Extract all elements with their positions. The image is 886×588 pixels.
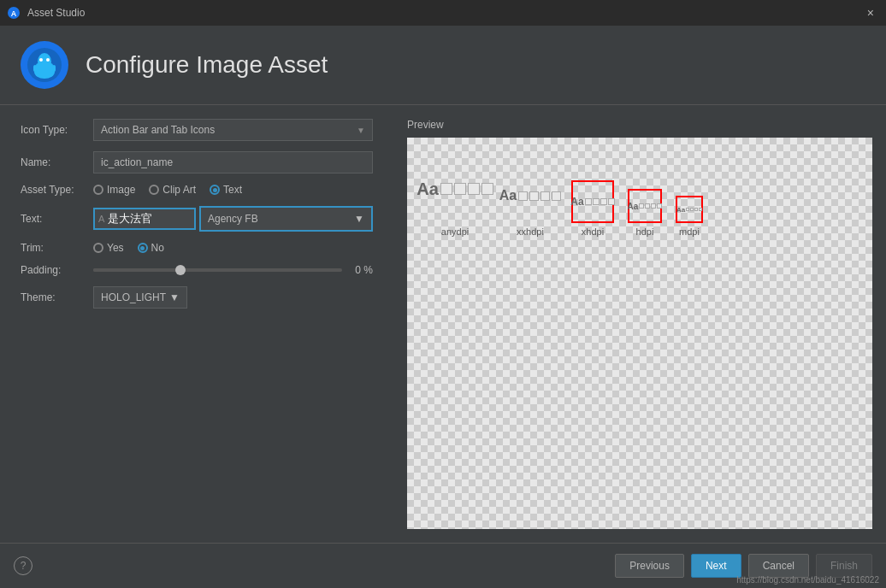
name-label: Name: — [21, 156, 93, 168]
previous-button[interactable]: Previous — [615, 554, 684, 578]
icon-type-label: Icon Type: — [21, 124, 93, 136]
name-control — [93, 151, 373, 173]
preview-icon-hdpi-box: Aa — [628, 189, 662, 223]
sq4 — [608, 198, 615, 205]
left-panel: Icon Type: Action Bar and Tab Icons ▼ Na… — [0, 105, 393, 543]
radio-text-label: Text — [223, 184, 242, 196]
xxhdpi-label: xxhdpi — [517, 226, 544, 237]
trim-yes[interactable]: Yes — [93, 242, 124, 254]
preview-icon-anydpi-box: Aa — [421, 155, 489, 223]
help-button[interactable]: ? — [14, 556, 32, 575]
sq2 — [645, 203, 650, 209]
text-row: Text: A 是大法官 Agency FB ▼ — [21, 206, 373, 232]
app-logo — [21, 41, 68, 89]
theme-dropdown-arrow-icon: ▼ — [169, 291, 180, 303]
asset-type-radio-group: Image Clip Art Text — [93, 184, 373, 196]
text-prefix: A — [98, 214, 104, 224]
name-input[interactable] — [93, 151, 373, 173]
finish-button[interactable]: Finish — [816, 554, 872, 578]
trim-label: Trim: — [21, 242, 93, 254]
sq3 — [651, 203, 656, 209]
title-bar-left: A Asset Studio — [7, 6, 85, 20]
sq4 — [552, 191, 561, 201]
asset-type-label: Asset Type: — [21, 184, 93, 196]
xhdpi-squares — [585, 198, 615, 205]
mdpi-aa: Aa — [676, 206, 685, 214]
preview-xhdpi: Aa xhdpi — [571, 180, 614, 237]
app-title: Asset Studio — [27, 7, 85, 19]
asset-type-clipart[interactable]: Clip Art — [149, 184, 196, 196]
sq2 — [690, 208, 694, 211]
sq1 — [686, 208, 689, 211]
padding-value: 0 % — [349, 264, 373, 276]
preview-icon-xxhdpi-box: Aa — [503, 168, 558, 223]
svg-text:A: A — [11, 9, 17, 18]
svg-point-5 — [39, 58, 43, 62]
svg-rect-8 — [33, 65, 37, 72]
font-dropdown-arrow-icon: ▼ — [354, 213, 364, 225]
theme-dropdown[interactable]: HOLO_LIGHT ▼ — [93, 286, 187, 309]
preview-area: Aa anydpi — [407, 138, 872, 529]
theme-row: Theme: HOLO_LIGHT ▼ — [21, 286, 373, 309]
icon-type-dropdown[interactable]: Action Bar and Tab Icons ▼ — [93, 119, 373, 141]
sq3 — [468, 183, 480, 195]
padding-slider-thumb — [175, 265, 186, 275]
radio-yes-circle — [93, 243, 103, 253]
radio-clipart-label: Clip Art — [162, 184, 196, 196]
sq1 — [639, 203, 644, 209]
preview-icon-mdpi-box: Aa — [676, 196, 703, 223]
close-button[interactable]: × — [862, 4, 879, 21]
main-content: Icon Type: Action Bar and Tab Icons ▼ Na… — [0, 105, 886, 543]
font-dropdown[interactable]: Agency FB ▼ — [201, 208, 371, 230]
icon-type-control: Action Bar and Tab Icons ▼ — [93, 119, 373, 141]
trim-radio-group: Yes No — [93, 242, 373, 254]
page-title: Configure Image Asset — [86, 51, 328, 79]
asset-type-image[interactable]: Image — [93, 184, 135, 196]
radio-image-circle — [93, 185, 103, 195]
sq4 — [481, 183, 493, 195]
sq2 — [454, 183, 466, 195]
xxhdpi-aa: Aa — [499, 188, 517, 203]
sq2 — [593, 198, 600, 205]
radio-text-circle — [210, 185, 220, 195]
sq1 — [518, 191, 528, 201]
icon-type-row: Icon Type: Action Bar and Tab Icons ▼ — [21, 119, 373, 141]
radio-image-label: Image — [107, 184, 135, 196]
trim-no[interactable]: No — [138, 242, 164, 254]
xhdpi-label: xhdpi — [582, 226, 604, 237]
anydpi-squares — [440, 183, 493, 195]
anydpi-label: anydpi — [441, 226, 469, 237]
next-button[interactable]: Next — [691, 554, 741, 578]
sq3 — [540, 191, 550, 201]
text-row-content: A 是大法官 Agency FB ▼ — [93, 206, 373, 232]
asset-type-text[interactable]: Text — [210, 184, 242, 196]
xxhdpi-squares — [518, 191, 561, 201]
sq4 — [657, 203, 662, 209]
header: Configure Image Asset — [0, 26, 886, 105]
asset-type-row: Asset Type: Image Clip Art Text — [21, 184, 373, 196]
padding-slider-track[interactable] — [93, 268, 342, 272]
hdpi-aa: Aa — [628, 202, 639, 211]
preview-icons: Aa anydpi — [407, 138, 872, 254]
sq4 — [699, 208, 702, 211]
sq1 — [440, 183, 452, 195]
preview-icon-xhdpi-box: Aa — [571, 180, 614, 223]
right-panel: Preview Aa — [393, 105, 886, 543]
preview-hdpi: Aa hdpi — [628, 189, 662, 237]
sq3 — [694, 208, 698, 211]
theme-label: Theme: — [21, 291, 93, 303]
svg-rect-7 — [36, 63, 53, 74]
svg-point-6 — [46, 58, 50, 62]
radio-no-label: No — [151, 242, 164, 254]
text-label: Text: — [21, 213, 93, 225]
sq3 — [600, 198, 607, 205]
theme-value: HOLO_LIGHT — [101, 291, 166, 303]
icon-type-value: Action Bar and Tab Icons — [101, 124, 215, 136]
trim-row: Trim: Yes No — [21, 242, 373, 254]
text-field-box: A 是大法官 — [93, 208, 196, 230]
anydpi-aa: Aa — [416, 179, 439, 199]
preview-xxhdpi: Aa xxhdpi — [503, 168, 558, 237]
cancel-button[interactable]: Cancel — [748, 554, 809, 578]
preview-anydpi: Aa anydpi — [421, 155, 489, 237]
name-row: Name: — [21, 151, 373, 173]
